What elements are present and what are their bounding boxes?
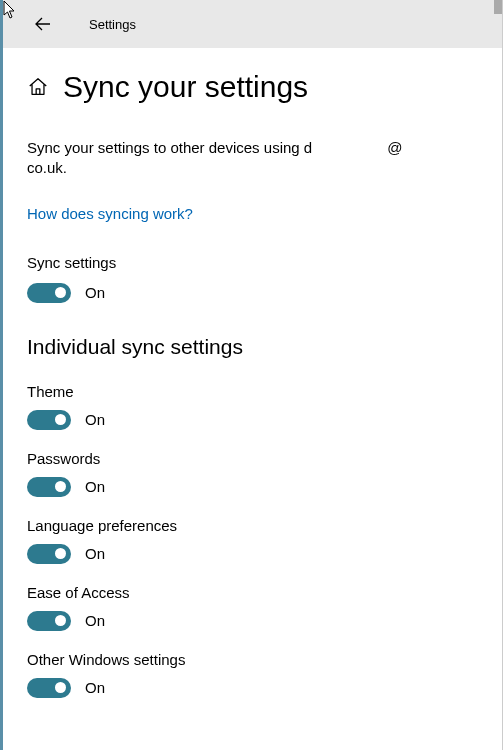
ease-toggle-row: On — [27, 611, 478, 631]
page-title: Sync your settings — [63, 70, 308, 104]
other-label: Other Windows settings — [27, 651, 478, 668]
theme-state: On — [85, 411, 105, 428]
setting-ease-of-access: Ease of Access On — [27, 584, 478, 631]
sync-settings-state: On — [85, 284, 105, 301]
toggle-knob — [55, 481, 66, 492]
help-link[interactable]: How does syncing work? — [27, 205, 193, 222]
language-label: Language preferences — [27, 517, 478, 534]
setting-language: Language preferences On — [27, 517, 478, 564]
content-area: Sync your settings Sync your settings to… — [3, 48, 502, 698]
language-toggle[interactable] — [27, 544, 71, 564]
home-icon[interactable] — [27, 76, 49, 98]
app-title: Settings — [89, 17, 136, 32]
individual-sync-title: Individual sync settings — [27, 335, 478, 359]
header-bar: Settings — [3, 0, 502, 48]
toggle-knob — [55, 414, 66, 425]
theme-label: Theme — [27, 383, 478, 400]
description-at: @ — [387, 139, 402, 156]
toggle-knob — [55, 682, 66, 693]
setting-passwords: Passwords On — [27, 450, 478, 497]
passwords-label: Passwords — [27, 450, 478, 467]
other-toggle-row: On — [27, 678, 478, 698]
passwords-toggle-row: On — [27, 477, 478, 497]
sync-settings-toggle-row: On — [27, 283, 478, 303]
back-button[interactable] — [27, 8, 59, 40]
toggle-knob — [55, 287, 66, 298]
setting-theme: Theme On — [27, 383, 478, 430]
setting-other-windows: Other Windows settings On — [27, 651, 478, 698]
passwords-toggle[interactable] — [27, 477, 71, 497]
passwords-state: On — [85, 478, 105, 495]
scrollbar[interactable] — [494, 0, 502, 14]
sync-settings-label: Sync settings — [27, 254, 478, 271]
description-text-1: Sync your settings to other devices usin… — [27, 139, 312, 156]
sync-description: Sync your settings to other devices usin… — [27, 138, 478, 179]
other-toggle[interactable] — [27, 678, 71, 698]
description-domain: co.uk. — [27, 159, 67, 176]
language-state: On — [85, 545, 105, 562]
page-title-row: Sync your settings — [27, 70, 478, 104]
back-arrow-icon — [34, 15, 52, 33]
ease-toggle[interactable] — [27, 611, 71, 631]
ease-state: On — [85, 612, 105, 629]
toggle-knob — [55, 548, 66, 559]
theme-toggle[interactable] — [27, 410, 71, 430]
toggle-knob — [55, 615, 66, 626]
other-state: On — [85, 679, 105, 696]
theme-toggle-row: On — [27, 410, 478, 430]
language-toggle-row: On — [27, 544, 478, 564]
sync-settings-toggle[interactable] — [27, 283, 71, 303]
ease-label: Ease of Access — [27, 584, 478, 601]
